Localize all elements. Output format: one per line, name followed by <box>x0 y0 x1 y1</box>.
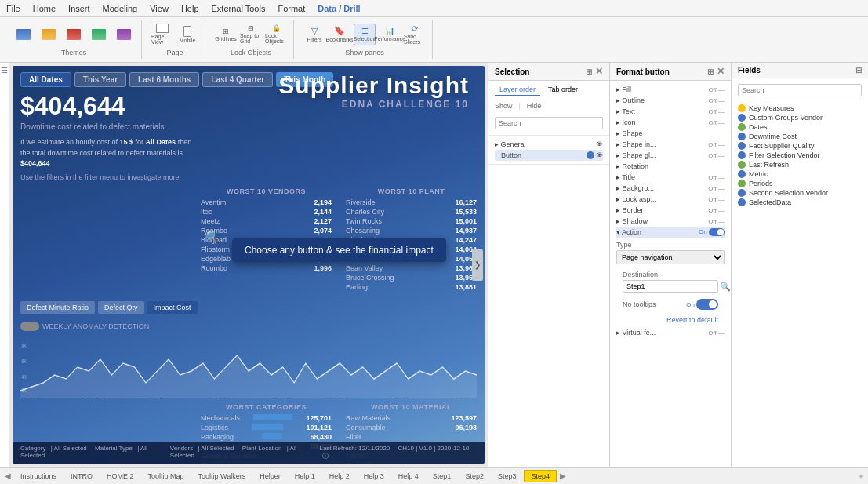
button-item[interactable]: Button 👁 <box>495 150 603 161</box>
menu-modeling[interactable]: Modeling <box>103 4 138 13</box>
tab-help3[interactable]: Help 3 <box>358 470 390 482</box>
general-eye-icon[interactable]: 👁 <box>596 140 603 148</box>
tab-tooltip-map[interactable]: Tooltip Map <box>142 470 191 482</box>
tab-scroll-right[interactable]: ▶ <box>558 471 568 480</box>
field-item-dates[interactable]: Dates <box>738 122 862 132</box>
tab-layer-order[interactable]: Layer order <box>495 84 540 96</box>
filter-this-year[interactable]: This Year <box>74 72 126 87</box>
field-item-downtime-cost[interactable]: Downtime Cost <box>738 132 862 141</box>
add-tab-icon[interactable]: ＋ <box>857 471 865 482</box>
anomaly-toggle[interactable] <box>20 322 39 331</box>
icon-row[interactable]: ▸ IconOff― <box>616 117 725 128</box>
filter-all-dates[interactable]: All Dates <box>20 72 71 87</box>
tab-scroll-left[interactable]: ◀ <box>3 471 13 480</box>
format-close-icon[interactable]: ✕ <box>717 66 725 77</box>
action-row[interactable]: ▾ ActionOn <box>616 227 725 238</box>
tab-step1[interactable]: Step1 <box>427 470 458 482</box>
filter-last-6-months[interactable]: Last 6 Months <box>129 72 199 87</box>
sync-slicers-icon[interactable]: ⟳Sync Slicers <box>404 24 426 45</box>
defect-qty-btn[interactable]: Defect Qty <box>98 301 144 314</box>
page-view-icon[interactable]: Page View <box>151 24 173 45</box>
defect-minute-ratio-btn[interactable]: Defect Minute Ratio <box>20 301 95 314</box>
text-row[interactable]: ▸ TextOff― <box>616 106 725 117</box>
field-item-metric[interactable]: Metric <box>738 169 862 179</box>
theme2-icon[interactable] <box>38 24 60 45</box>
tab-help1[interactable]: Help 1 <box>289 470 321 482</box>
virtual-fe-row[interactable]: ▸ Virtual fe...Off ― <box>616 327 725 338</box>
impact-cost-btn[interactable]: Impact Cost <box>147 301 198 314</box>
fill-row[interactable]: ▸ FillOff― <box>616 84 725 95</box>
field-item-key-measures[interactable]: Key Measures <box>738 104 862 113</box>
tab-instructions[interactable]: Instructions <box>14 470 63 482</box>
field-item-fact-supplier[interactable]: Fact Supplier Quality <box>738 141 862 151</box>
lock-objects-icon[interactable]: 🔒Lock Objects <box>265 24 287 45</box>
shape-gl-row[interactable]: ▸ Shape gl...Off ― <box>616 150 725 161</box>
field-item-last-refresh[interactable]: Last Refresh <box>738 160 862 169</box>
button-eye-icon[interactable]: 👁 <box>596 151 603 159</box>
bookmarks-icon[interactable]: 🔖Bookmarks <box>329 24 350 45</box>
menu-external-tools[interactable]: External Tools <box>212 4 266 13</box>
lock-asp-row[interactable]: ▸ Lock asp...Off ― <box>616 194 725 205</box>
selection-close-icon[interactable]: ✕ <box>595 66 603 77</box>
destination-search-icon[interactable]: 🔍 <box>720 282 731 292</box>
menu-view[interactable]: View <box>150 4 169 13</box>
tab-help2[interactable]: Help 2 <box>323 470 356 482</box>
menu-format[interactable]: Format <box>278 4 305 13</box>
tab-home2[interactable]: HOME 2 <box>100 470 140 482</box>
selection-expand-icon[interactable]: ⊞ <box>586 67 592 76</box>
snap-to-grid-icon[interactable]: ⊟Snap to Grid <box>240 24 262 45</box>
collapse-right-button[interactable]: ❯ <box>472 249 483 281</box>
field-item-filter-selection[interactable]: Filter Selection Vendor <box>738 151 862 160</box>
tab-step2[interactable]: Step2 <box>459 470 490 482</box>
ribbon-group-lock: ⊞Gridlines ⊟Snap to Grid 🔒Lock Objects L… <box>209 20 294 59</box>
filter-last-4-quarter[interactable]: Last 4 Quarter <box>202 72 273 87</box>
title-row[interactable]: ▸ TitleOff ― <box>616 172 725 183</box>
theme3-icon[interactable] <box>63 24 85 45</box>
performance-analyzer-icon[interactable]: 📊Performance <box>379 24 401 45</box>
shadow-row[interactable]: ▸ ShadowOff ― <box>616 216 725 227</box>
tab-intro[interactable]: INTRO <box>64 470 99 482</box>
tab-step4[interactable]: Step4 <box>524 470 557 482</box>
border-row[interactable]: ▸ BorderOff ― <box>616 205 725 216</box>
tab-tooltip-walkers[interactable]: Tooltip Walkers <box>192 470 252 482</box>
shape-row[interactable]: ▸ Shape <box>616 128 725 139</box>
no-tooltips-toggle[interactable] <box>696 299 718 310</box>
tab-tab-order[interactable]: Tab order <box>543 84 583 96</box>
format-expand-icon[interactable]: ⊞ <box>707 67 714 76</box>
outline-row[interactable]: ▸ OutlineOff― <box>616 95 725 106</box>
type-select[interactable]: Page navigation <box>616 250 725 264</box>
main-stat-note: If we estimate an hourly cost of 15 $ fo… <box>20 137 193 169</box>
mobile-icon[interactable]: Mobile <box>176 24 198 45</box>
theme4-icon[interactable] <box>88 24 110 45</box>
fields-expand-icon[interactable]: ⊞ <box>855 66 862 75</box>
theme1-icon[interactable] <box>13 24 35 45</box>
field-item-custom-groups[interactable]: Custom Groups Vendor <box>738 113 862 122</box>
theme5-icon[interactable] <box>113 24 135 45</box>
field-item-periods[interactable]: Periods <box>738 179 862 188</box>
menu-home[interactable]: Home <box>33 4 56 13</box>
search-magnifier-icon[interactable]: 🔍 <box>205 229 220 245</box>
rotation-row[interactable]: ▸ Rotation <box>616 161 725 172</box>
background-row[interactable]: ▸ Backgro...Off ― <box>616 183 725 194</box>
info-icon[interactable]: ⓘ <box>322 453 329 460</box>
revert-link[interactable]: Revert to default <box>616 313 725 327</box>
gridlines-icon[interactable]: ⊞Gridlines <box>215 24 237 45</box>
shape-in-row[interactable]: ▸ Shape in...Off ― <box>616 139 725 150</box>
collapse-left-icon[interactable]: ☰ <box>1 66 8 75</box>
selected-data-icon <box>738 198 746 206</box>
field-item-selected-data[interactable]: SelectedData <box>738 198 862 207</box>
filters-icon[interactable]: ▽Filters <box>303 24 325 45</box>
tab-step3[interactable]: Step3 <box>492 470 523 482</box>
general-item[interactable]: ▸ General 👁 <box>495 139 603 150</box>
selection-icon[interactable]: ☰Selection <box>354 24 376 45</box>
menu-help[interactable]: Help <box>181 4 199 13</box>
fields-search-input[interactable] <box>738 84 862 96</box>
menu-file[interactable]: File <box>6 4 20 13</box>
menu-data-drill[interactable]: Data / Drill <box>318 4 360 13</box>
destination-input[interactable] <box>623 280 718 293</box>
tab-help4[interactable]: Help 4 <box>392 470 425 482</box>
field-item-second-selection[interactable]: Second Selection Vendor <box>738 188 862 198</box>
tab-helper[interactable]: Helper <box>253 470 287 482</box>
selection-search-input[interactable] <box>495 117 603 129</box>
menu-insert[interactable]: Insert <box>68 4 90 13</box>
